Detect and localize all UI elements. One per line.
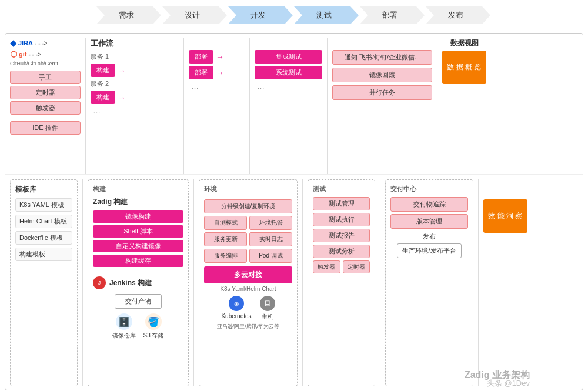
pipeline-step-5: 部署	[360, 6, 426, 24]
arrow-3: →	[216, 52, 224, 62]
cloud-providers-text: 亚马逊/阿里/腾讯/华为云等	[204, 323, 292, 330]
delivery-product-wrapper: 交付产物	[93, 292, 183, 309]
env-item-managed: 环境托管	[249, 216, 292, 230]
test-col: 集成测试 系统测试 …	[255, 38, 322, 174]
test-footer-row: 触发器 定时器	[313, 260, 370, 273]
left-triggers: ◆ JIRA - - -> ⬡ git - - -> GitHub/GitLab…	[10, 38, 81, 174]
pipeline-bar: 需求 设计 开发 测试 部署 发布	[0, 0, 588, 31]
divider-2	[183, 38, 184, 174]
env-item-pod: Pod 调试	[249, 249, 292, 263]
s3-storage-item: 🪣 S3 存储	[143, 313, 163, 340]
trigger-item: 触发器	[313, 260, 340, 273]
divider-7	[193, 179, 194, 386]
env-item-minute: 分钟级创建/复制环境	[204, 199, 292, 213]
deploy-col: 部署 → 部署 → …	[189, 38, 245, 174]
arrow-4: →	[216, 68, 224, 78]
integration-test-row: 集成测试	[255, 50, 322, 64]
env-item-arrange: 服务编排	[204, 249, 247, 263]
s3-icon: 🪣	[145, 313, 162, 330]
kubernetes-item: ⎈ Kubernetes	[221, 296, 251, 321]
template-items: K8s YAML 模板 Helm Chart 模板 Dockerfile 模板 …	[15, 198, 72, 261]
publish-text: 发布	[390, 232, 468, 241]
delivery-track-item: 交付物追踪	[390, 197, 468, 212]
pipeline-step-3: 开发	[228, 6, 294, 24]
build-cache-item: 构建缓存	[93, 255, 183, 267]
service1-label: 服务 1	[91, 52, 179, 61]
workflow-title: 工作流	[91, 38, 179, 49]
pipeline-deploy: 部署	[360, 6, 425, 24]
parallel-task-box: 并行任务	[332, 85, 432, 100]
pipeline-step-1: 需求	[96, 6, 162, 24]
data-overview-btn: 数 据 概 览	[442, 51, 486, 84]
version-manage-item: 版本管理	[390, 214, 468, 229]
test-manage-item: 测试管理	[313, 197, 370, 210]
shell-script-item: Shell 脚本	[93, 225, 183, 238]
k8s-helm-text: K8s Yaml/Helm Chart	[204, 286, 292, 292]
host-icon: 🖥	[260, 296, 275, 311]
delivery-bottom-section: 交付中心 交付物追踪 版本管理 发布 生产环境/发布平台	[385, 179, 473, 386]
delivery-top-col: 通知 飞书/钉钉/企业微信... 镜像回滚 并行任务	[332, 38, 432, 174]
divider-4	[327, 38, 328, 174]
env-item-update: 服务更新	[204, 232, 247, 246]
build-section-title: 构建	[93, 185, 183, 193]
bottom-half: 模板库 K8s YAML 模板 Helm Chart 模板 Dockerfile…	[5, 175, 583, 390]
dots-1: …	[93, 106, 179, 115]
image-rollback-box: 镜像回滚	[332, 68, 432, 82]
data-view-title: 数据视图	[442, 38, 486, 48]
delivery-top-items: 通知 飞书/钉钉/企业微信... 镜像回滚 并行任务	[332, 50, 432, 100]
manual-trigger: 手工	[10, 71, 81, 84]
main-container: ◆ JIRA - - -> ⬡ git - - -> GitHub/GitLab…	[5, 33, 583, 390]
jira-arrow: - - ->	[35, 40, 47, 46]
template-build: 构建模板	[15, 248, 72, 261]
pipeline-release: 发布	[426, 6, 490, 24]
system-test-row: 系统测试	[255, 66, 322, 79]
custom-image-item: 自定义构建镜像	[93, 240, 183, 252]
divider-1	[85, 38, 86, 174]
workflow-col: 工作流 服务 1 构建 → 服务 2 构建 → …	[91, 38, 179, 174]
jenkins-icon: J	[93, 276, 106, 289]
env-bottom-section: 环境 分钟级创建/复制环境 自测模式 环境托管 服务更新 实时日志 服务编排 P…	[199, 179, 298, 386]
jenkins-title: Jenkins 构建	[109, 278, 152, 288]
ide-plugin-btn: IDE 插件	[10, 121, 81, 135]
webhook-trigger: 触发器	[10, 101, 81, 115]
divider-8	[302, 179, 303, 386]
notification-box: 通知 飞书/钉钉/企业微信...	[332, 50, 432, 65]
multi-cloud-btn: 多云对接	[204, 266, 292, 283]
dots-2: …	[191, 82, 245, 91]
right-panel-top: 数据视图 数 据 概 览	[442, 38, 486, 174]
env-item-self: 自测模式	[204, 216, 247, 230]
build-box-2: 构建	[91, 91, 115, 104]
pipeline-step-2: 设计	[162, 6, 228, 24]
test-execute-item: 测试执行	[313, 213, 370, 226]
deploy-row-2: 部署 →	[189, 66, 245, 79]
delivery-product-box: 交付产物	[115, 294, 162, 309]
pipeline-demand: 需求	[96, 6, 161, 24]
build-box-1: 构建	[91, 64, 115, 77]
pipeline-step-4: 测试	[294, 6, 360, 24]
divider-10	[478, 179, 479, 386]
env-grid: 分钟级创建/复制环境 自测模式 环境托管 服务更新 实时日志 服务编排 Pod …	[204, 199, 292, 263]
deploy-box-1: 部署	[189, 50, 213, 64]
template-lib-section: 模板库 K8s YAML 模板 Helm Chart 模板 Dockerfile…	[10, 179, 78, 386]
production-wrapper: 生产环境/发布平台	[390, 241, 468, 258]
right-panel-bottom: 效 能 洞 察	[483, 179, 527, 386]
arrow-2: →	[118, 93, 126, 102]
template-lib-title: 模板库	[15, 185, 72, 195]
perf-insight-btn: 效 能 洞 察	[483, 199, 527, 233]
image-repo-label: 镜像仓库	[112, 332, 136, 340]
github-label: GitHub/GitLab/Gerrit	[10, 61, 81, 66]
git-row: ⬡ git - - ->	[10, 49, 81, 59]
service2-label: 服务 2	[91, 79, 179, 88]
divider-5	[437, 38, 437, 174]
git-label: git	[19, 51, 26, 58]
jira-label: JIRA	[18, 39, 33, 46]
git-dots: - - ->	[28, 51, 41, 58]
kubernetes-label: Kubernetes	[221, 313, 251, 319]
divider-6	[82, 179, 83, 386]
timer-trigger: 定时器	[10, 86, 81, 99]
test-analysis-item: 测试分析	[313, 245, 370, 258]
delivery-items: 交付物追踪 版本管理	[390, 197, 468, 229]
jira-diamond-icon: ◆	[10, 38, 16, 48]
image-repo-icon: 🗄️	[116, 313, 132, 330]
k8s-icons-row: ⎈ Kubernetes 🖥 主机	[204, 296, 292, 321]
